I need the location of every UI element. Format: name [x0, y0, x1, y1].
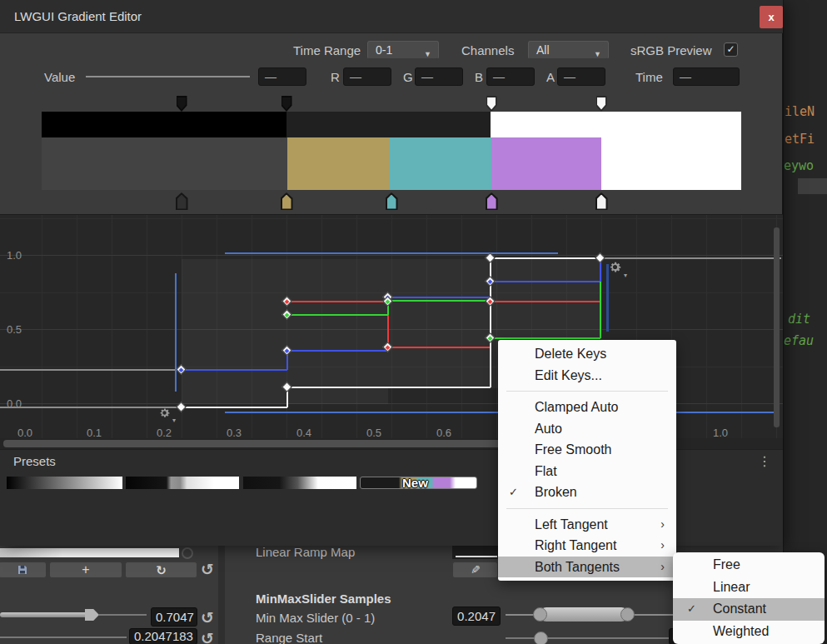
srgb-preview-label: sRGB Preview — [630, 43, 712, 57]
preset-black-white[interactable] — [7, 477, 122, 489]
minmax-value-field[interactable]: 0.2047 — [452, 607, 501, 626]
minmax-range-bar[interactable] — [540, 607, 628, 622]
submenu-item-constant[interactable]: ✓Constant — [673, 598, 825, 621]
menu-item-clamped-auto[interactable]: Clamped Auto — [498, 397, 676, 418]
menu-item-edit-keys[interactable]: Edit Keys... — [498, 365, 676, 387]
ramp-thumb-line — [456, 556, 497, 557]
gradient-alpha-segment — [42, 112, 286, 137]
curve-segment-select — [225, 252, 558, 254]
preset-black-to-white[interactable] — [243, 477, 356, 489]
slider1-fill[interactable] — [0, 612, 92, 617]
curve-key-center — [487, 298, 492, 303]
r-field[interactable]: — — [343, 67, 391, 86]
slider1-handle[interactable] — [85, 609, 99, 621]
gridline-v — [741, 215, 742, 450]
curve-vertical-scrollbar[interactable] — [774, 227, 780, 427]
panel-divider — [218, 546, 225, 644]
curve-settings-gear-icon[interactable]: ▾ — [608, 260, 622, 277]
gridline-v — [112, 215, 112, 450]
menu-item-label: Clamped Auto — [535, 400, 619, 414]
code-fragment: ileN — [785, 104, 815, 119]
minmax-handle-max[interactable] — [620, 607, 635, 622]
menu-item-broken[interactable]: ✓Broken — [498, 482, 676, 503]
curve-segment-green — [388, 300, 491, 302]
menu-item-both-tangents[interactable]: Both Tangents› — [498, 557, 676, 578]
color-key-marker[interactable] — [386, 192, 398, 210]
menu-item-free-smooth[interactable]: Free Smooth — [498, 439, 676, 461]
menu-item-auto[interactable]: Auto — [498, 418, 676, 440]
x-tick-label: 0.3 — [222, 427, 246, 439]
srgb-preview-checkbox[interactable]: ✓ — [724, 42, 738, 57]
color-key-marker[interactable] — [595, 192, 608, 210]
check-icon: ✓ — [687, 598, 696, 621]
slider1-track[interactable] — [98, 614, 147, 616]
title-bar[interactable]: LWGUI Gradient Editor x — [0, 0, 783, 33]
ramp-preview-bar[interactable] — [0, 548, 179, 557]
b-field[interactable]: — — [486, 67, 535, 86]
channels-dropdown[interactable]: All ▼ — [528, 41, 609, 59]
kebab-menu-icon[interactable]: ⋮ — [758, 453, 771, 469]
menu-item-left-tangent[interactable]: Left Tangent› — [498, 514, 676, 536]
gridline-v — [706, 215, 707, 450]
check-icon: ✓ — [509, 482, 518, 503]
color-key-marker[interactable] — [281, 192, 293, 210]
curve-segment-white — [182, 407, 287, 408]
alpha-key-marker[interactable] — [486, 96, 497, 112]
menu-item-flat[interactable]: Flat — [498, 461, 676, 482]
g-field[interactable]: — — [415, 67, 463, 86]
submenu-item-linear[interactable]: Linear — [673, 577, 825, 599]
curve-segment-blue — [491, 281, 600, 282]
menu-item-label: Linear — [713, 580, 750, 594]
slider2-value-field[interactable]: 0.2047183 — [129, 628, 197, 644]
preset-dark-gray-white[interactable] — [126, 477, 239, 489]
revert-slider2-button[interactable]: ↺ — [201, 629, 214, 644]
alpha-key-marker[interactable] — [596, 96, 607, 112]
new-preset-label[interactable]: New — [402, 476, 428, 490]
chevron-down-icon: ▾ — [172, 417, 176, 424]
time-label: Time — [635, 70, 663, 84]
alpha-key-marker[interactable] — [281, 96, 292, 112]
slider1-value-field[interactable]: 0.7047 — [151, 607, 197, 627]
slider2-track[interactable] — [0, 637, 127, 638]
curve-key-center — [284, 312, 289, 317]
code-fragment: eywo — [784, 158, 814, 173]
close-button[interactable]: x — [760, 6, 783, 28]
a-field[interactable]: — — [557, 67, 605, 86]
range-start-track[interactable] — [506, 637, 676, 639]
edit-ramp-button[interactable]: ✎ — [452, 562, 498, 578]
revert-ramp-button[interactable]: ↺ — [201, 560, 214, 579]
color-key-marker[interactable] — [176, 192, 188, 210]
chevron-down-icon: ▼ — [594, 46, 601, 62]
menu-item-right-tangent[interactable]: Right Tangent› — [498, 535, 676, 557]
curve-segment-blue — [388, 297, 491, 298]
ramp-gear-button[interactable] — [182, 547, 193, 559]
gradient-color-segment — [390, 137, 491, 190]
g-label: G — [403, 70, 413, 84]
alpha-key-marker[interactable] — [177, 96, 187, 112]
value-slider[interactable] — [86, 76, 250, 77]
value-field[interactable]: — — [258, 67, 306, 86]
gradient-color-segment — [601, 137, 741, 190]
minmax-slider-label: Min Max Slider (0 - 1) — [256, 611, 375, 625]
x-tick-label: 0.0 — [13, 427, 37, 439]
time-range-dropdown[interactable]: 0-1 ▼ — [367, 41, 439, 59]
curve-key-center — [284, 384, 289, 389]
refresh-button[interactable]: ↻ — [125, 562, 197, 578]
range-start-handle[interactable] — [534, 632, 548, 644]
add-key-button[interactable]: + — [49, 562, 122, 578]
gridline-v — [77, 215, 77, 450]
submenu-item-free[interactable]: Free — [673, 554, 825, 577]
code-fragment: dit — [788, 312, 810, 327]
revert-slider1-button[interactable]: ↺ — [201, 608, 214, 627]
color-key-marker[interactable] — [486, 192, 498, 210]
time-field[interactable]: — — [673, 67, 740, 86]
submenu-item-weighted[interactable]: Weighted — [673, 621, 825, 643]
preset-current-new[interactable]: New — [360, 477, 477, 489]
channels-label: Channels — [461, 43, 514, 57]
curve-key-center — [178, 404, 183, 409]
menu-item-delete-keys[interactable]: Delete Keys — [498, 343, 676, 365]
minmax-handle-min[interactable] — [533, 607, 547, 622]
gradient-preview-strip[interactable] — [42, 112, 741, 190]
save-button[interactable] — [0, 562, 47, 578]
axis-settings-gear-icon[interactable]: ▾ — [158, 407, 171, 422]
